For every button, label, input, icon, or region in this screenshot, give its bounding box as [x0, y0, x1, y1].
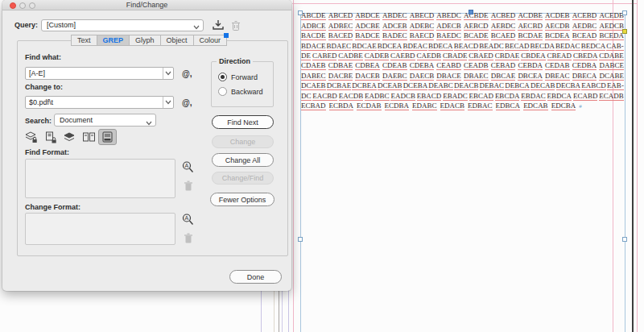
close-window-icon[interactable] [10, 2, 16, 9]
dialog-title: Find/Change [2, 0, 291, 10]
frame-handle-left-middle[interactable] [298, 237, 303, 242]
fewer-options-button[interactable]: Fewer Options [210, 193, 275, 206]
change-format-box[interactable] [25, 213, 175, 245]
tab-colour[interactable]: Colour [193, 35, 228, 46]
include-locked-stories-icon[interactable] [44, 131, 57, 143]
permutation-word: BDAEC [327, 42, 352, 51]
permutation-word: CBADE [443, 52, 468, 60]
permutation-word: DABEC [301, 72, 326, 81]
frame-handle-right-middle[interactable] [622, 237, 627, 242]
change-all-button[interactable]: Change All [212, 153, 274, 167]
margin-guide [293, 0, 294, 332]
find-next-button[interactable]: Find Next [212, 115, 274, 129]
permutation-word: ADCEB [382, 22, 407, 31]
tab-grep[interactable]: GREP [97, 35, 130, 46]
find-special-characters-icon[interactable]: @, [182, 69, 192, 78]
permutation-word: EACDB [339, 92, 364, 101]
permutation-word: DEABC [428, 81, 453, 90]
text-line: DABECDACBEDACEBDAEBCDAECBDBACEDBAECDBCAE… [301, 70, 624, 80]
permutation-word: CABED [312, 52, 337, 60]
include-master-pages-icon[interactable] [82, 131, 96, 143]
permutation-word: BADEC [382, 31, 407, 40]
find-what-field [25, 67, 174, 80]
permutation-word: CDBEA [355, 61, 380, 70]
permutation-word: CEDBA [572, 61, 597, 70]
delete-query-icon[interactable] [231, 20, 241, 31]
change-to-history-button[interactable] [163, 97, 173, 108]
permutation-word: ADCBE [355, 22, 380, 31]
done-button[interactable]: Done [229, 270, 282, 284]
change-to-input[interactable] [26, 97, 163, 108]
permutation-word: DCABE [599, 72, 624, 81]
permutation-word: BCEAD [572, 31, 597, 40]
permutation-word: CADBE [338, 52, 363, 60]
frame-handle-top-left[interactable] [298, 10, 303, 15]
chevron-down-icon [193, 23, 200, 33]
permutation-word: EADBC [365, 92, 390, 101]
change-special-characters-icon[interactable]: @, [182, 98, 192, 107]
permutation-word: DBEAC [545, 72, 570, 81]
minimize-window-icon[interactable] [19, 2, 26, 9]
permutation-word: BECAD [505, 42, 530, 51]
query-value: [Custom] [47, 21, 76, 29]
change-format-clear-icon [184, 233, 193, 244]
search-label: Search: [25, 117, 52, 125]
tab-text[interactable]: Text [71, 35, 97, 46]
find-what-history-button[interactable] [163, 68, 173, 79]
include-footnotes-icon[interactable] [101, 131, 114, 143]
permutation-word: DBCEA [518, 72, 543, 81]
permutation-word: ABDCE [355, 11, 380, 20]
change-format-search-icon[interactable]: A [181, 213, 195, 226]
dialog-titlebar[interactable]: Find/Change [2, 0, 291, 10]
permutation-word: BCAED [491, 31, 516, 40]
permutation-word: BDEAC [402, 42, 427, 51]
permutation-word: ACBED [491, 11, 516, 20]
frame-handle-top-right[interactable] [622, 10, 627, 15]
include-hidden-layers-icon[interactable] [63, 132, 76, 143]
find-what-input[interactable] [26, 68, 163, 79]
text-line: BACDEBACEDBADCEBADECBAECDBAEDCBCADEBCAED… [301, 31, 624, 40]
permutation-word: BDECA [428, 42, 453, 51]
tab-glyph[interactable]: Glyph [129, 35, 161, 46]
find-format-box[interactable] [25, 159, 175, 198]
zoom-window-icon[interactable] [29, 2, 35, 9]
permutation-word: CEBDA [518, 61, 543, 70]
permutation-word: CDBAE [328, 61, 353, 70]
permutation-word: DE [301, 52, 311, 60]
permutation-word: DCEAB [378, 81, 402, 90]
permutation-word: ECABD [573, 92, 598, 101]
permutation-word: DEBCA [505, 81, 530, 90]
direction-backward-radio[interactable] [218, 87, 227, 96]
document-text[interactable]: ABCDEABCEDABDCEABDECABECDABEDCACBDEACBED… [301, 10, 624, 110]
change-to-field [25, 96, 174, 109]
permutation-word: CEDAB [545, 61, 570, 70]
change-button: Change [212, 135, 274, 148]
search-scope-value: Document [60, 116, 93, 124]
frame-handle-top-center[interactable] [469, 10, 473, 15]
permutation-word: ACDEB [545, 11, 570, 20]
permutation-word: CEBAD [491, 61, 516, 70]
permutation-word: ADECB [436, 22, 461, 31]
search-scope-dropdown[interactable]: Document [54, 114, 156, 127]
permutation-word: BAECD [410, 31, 435, 40]
save-query-icon[interactable] [212, 19, 225, 31]
permutation-word: BCDEA [545, 31, 570, 40]
tab-object[interactable]: Object [160, 35, 194, 46]
permutation-word: BACED [328, 31, 353, 40]
permutation-word: CADEB [365, 52, 390, 60]
corner-options-handle[interactable] [622, 29, 627, 34]
text-frame-right-edge[interactable] [625, 13, 625, 332]
page-spine-edge [632, 0, 634, 332]
permutation-word: CBEAD [547, 52, 572, 60]
permutation-word: EADCB [390, 92, 415, 101]
permutation-word: BCADE [464, 31, 489, 40]
permutation-word: DCBAE [327, 81, 352, 90]
permutation-word: BEDCA [581, 42, 606, 51]
include-locked-layers-icon[interactable] [24, 131, 38, 143]
permutation-word: DBCAE [491, 72, 516, 81]
find-format-search-icon[interactable]: A [181, 160, 195, 174]
permutation-word: CDEAB [382, 61, 407, 70]
query-dropdown[interactable]: [Custom] [41, 19, 204, 31]
direction-forward-radio[interactable] [218, 73, 227, 81]
permutation-word: ACBDE [464, 11, 489, 20]
